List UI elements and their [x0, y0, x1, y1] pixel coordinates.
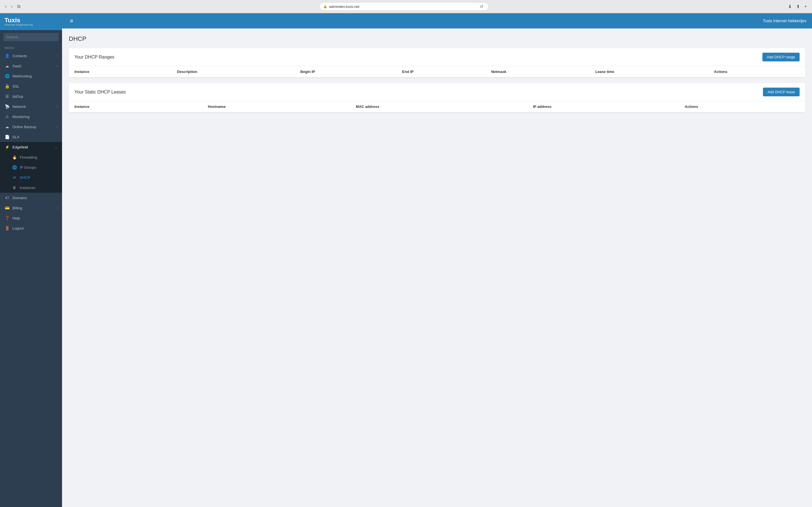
- app-container: Tuxis Internet Engineering Menu 👤 Contac…: [0, 13, 812, 507]
- dhcp-ranges-header: Your DHCP Ranges Add DHCP range: [69, 48, 805, 66]
- domains-icon: 🏷: [4, 195, 10, 200]
- ssl-icon: 🔒: [4, 84, 10, 89]
- dhcp-icon: ⇄: [12, 175, 17, 180]
- instances-icon: 🖥: [12, 185, 17, 190]
- network-label: Network: [12, 105, 26, 109]
- menu-label: Menu: [0, 44, 62, 51]
- sidebar-item-webhosting[interactable]: 🌐 Webhosting: [0, 71, 62, 81]
- sidebar-item-dadup[interactable]: ☰ daDup: [0, 91, 62, 101]
- download-button[interactable]: ⬇: [786, 3, 794, 10]
- contacts-icon: 👤: [4, 54, 10, 58]
- saas-label: SaaS: [12, 64, 21, 68]
- url-text: admindev.tuxis.net: [329, 4, 476, 9]
- sidebar-item-domains[interactable]: 🏷 Domains: [0, 193, 62, 203]
- add-dhcp-lease-button[interactable]: Add DHCP lease: [763, 88, 800, 96]
- contacts-chevron: ›: [56, 54, 57, 58]
- help-icon: ❓: [4, 216, 10, 220]
- main-content: DHCP Your DHCP Ranges Add DHCP range Ins…: [62, 29, 812, 507]
- col-mac-address: MAC address: [350, 101, 527, 112]
- dadup-label: daDup: [12, 94, 23, 99]
- sidebar-item-help[interactable]: ❓ Help: [0, 213, 62, 223]
- new-tab-button[interactable]: +: [803, 3, 809, 10]
- sidebar-item-edgewall[interactable]: ⚡ EdgeWall ⌄: [0, 142, 62, 152]
- sidebar-item-ip-groups[interactable]: 🌐 IP Groups: [0, 162, 62, 172]
- col-end-ip: End IP: [396, 66, 486, 77]
- monitoring-label: Monitoring: [12, 115, 30, 119]
- sidebar-item-online-backup[interactable]: ☁ Online Backup ›: [0, 122, 62, 132]
- col-ip-address: IP address: [527, 101, 679, 112]
- lock-icon: 🔒: [323, 4, 327, 8]
- dhcp-ranges-thead: Instance Description Begin IP End IP Net…: [69, 66, 805, 77]
- ip-groups-icon: 🌐: [12, 165, 17, 170]
- static-leases-card: Your Static DHCP Leases Add DHCP lease I…: [69, 83, 805, 112]
- firewalling-icon: 🔥: [12, 155, 17, 159]
- sidebar-search-container: [0, 30, 62, 44]
- logo-text: Tuxis: [4, 17, 20, 24]
- webhosting-label: Webhosting: [12, 74, 32, 78]
- sidebar-item-network[interactable]: 📡 Network ›: [0, 101, 62, 112]
- main-area: ≡ Tuxis Internet Hekkertjes DHCP Your DH…: [62, 13, 812, 507]
- network-chevron: ›: [56, 105, 57, 108]
- sidebar-item-dhcp[interactable]: ⇄ DHCP: [0, 172, 62, 182]
- edgewall-submenu: 🔥 Firewalling 🌐 IP Groups ⇄ DHCP 🖥 Insta…: [0, 152, 62, 193]
- static-leases-table: Instance Hostname MAC address IP address…: [69, 101, 805, 112]
- sidebar-item-logout[interactable]: 🚪 Logout: [0, 223, 62, 233]
- col-netmask: Netmask: [486, 66, 590, 77]
- ssl-label: SSL: [12, 84, 19, 89]
- sidebar-item-ssl[interactable]: 🔒 SSL: [0, 81, 62, 91]
- billing-label: Billing: [12, 206, 22, 210]
- static-leases-header-row: Instance Hostname MAC address IP address…: [69, 101, 805, 112]
- col-sl-instance: Instance: [69, 101, 202, 112]
- online-backup-chevron: ›: [56, 125, 57, 129]
- col-description: Description: [171, 66, 295, 77]
- edgewall-label: EdgeWall: [12, 145, 28, 149]
- sidebar: Tuxis Internet Engineering Menu 👤 Contac…: [0, 13, 62, 507]
- col-sl-actions: Actions: [679, 101, 805, 112]
- saas-chevron: ›: [56, 64, 57, 68]
- sidebar-item-contacts[interactable]: 👤 Contacts ›: [0, 51, 62, 61]
- dhcp-ranges-header-row: Instance Description Begin IP End IP Net…: [69, 66, 805, 77]
- static-leases-header: Your Static DHCP Leases Add DHCP lease: [69, 83, 805, 101]
- back-button[interactable]: ‹: [3, 3, 8, 10]
- tab-switcher-button[interactable]: ⧉: [15, 3, 22, 10]
- sla-icon: 📄: [4, 135, 10, 139]
- page-title: DHCP: [69, 35, 805, 43]
- firewalling-label: Firewalling: [20, 155, 37, 159]
- sidebar-item-instances[interactable]: 🖥 Instances: [0, 182, 62, 193]
- address-bar: 🔒 admindev.tuxis.net ↺: [319, 2, 489, 11]
- edgewall-icon: ⚡: [4, 145, 10, 149]
- menu-toggle-button[interactable]: ≡: [68, 17, 75, 25]
- dadup-icon: ☰: [4, 94, 10, 99]
- col-instance: Instance: [69, 66, 171, 77]
- sidebar-logo: Tuxis Internet Engineering: [0, 13, 62, 30]
- add-dhcp-range-button[interactable]: Add DHCP range: [762, 53, 800, 61]
- col-lease-time: Lease time: [590, 66, 708, 77]
- monitoring-icon: ⚠: [4, 114, 10, 119]
- sidebar-item-monitoring[interactable]: ⚠ Monitoring: [0, 112, 62, 122]
- browser-action-buttons: ⬇ ⬆ +: [786, 3, 809, 10]
- static-leases-title: Your Static DHCP Leases: [74, 90, 126, 95]
- static-leases-thead: Instance Hostname MAC address IP address…: [69, 101, 805, 112]
- billing-chevron: ›: [56, 206, 57, 210]
- dhcp-ranges-card: Your DHCP Ranges Add DHCP range Instance…: [69, 48, 805, 77]
- sla-label: SLA: [12, 135, 19, 139]
- share-button[interactable]: ⬆: [795, 3, 802, 10]
- dhcp-ranges-title: Your DHCP Ranges: [74, 55, 114, 60]
- dhcp-ranges-table: Instance Description Begin IP End IP Net…: [69, 66, 805, 77]
- help-label: Help: [12, 216, 20, 220]
- reload-button[interactable]: ↺: [478, 4, 485, 9]
- webhosting-icon: 🌐: [4, 74, 10, 78]
- search-input[interactable]: [3, 33, 59, 41]
- topbar: ≡ Tuxis Internet Hekkertjes: [62, 13, 812, 29]
- dhcp-label: DHCP: [20, 175, 30, 180]
- sidebar-item-saas[interactable]: ☁ SaaS ›: [0, 61, 62, 71]
- ip-groups-label: IP Groups: [20, 165, 36, 170]
- sidebar-item-sla[interactable]: 📄 SLA: [0, 132, 62, 142]
- sidebar-item-billing[interactable]: 💳 Billing ›: [0, 203, 62, 213]
- sidebar-item-firewalling[interactable]: 🔥 Firewalling: [0, 152, 62, 162]
- logout-label: Logout: [12, 226, 24, 230]
- static-leases-table-wrapper: Instance Hostname MAC address IP address…: [69, 101, 805, 112]
- company-name: Tuxis Internet Hekkertjes: [763, 18, 806, 23]
- forward-button[interactable]: ›: [9, 3, 14, 10]
- contacts-label: Contacts: [12, 54, 27, 58]
